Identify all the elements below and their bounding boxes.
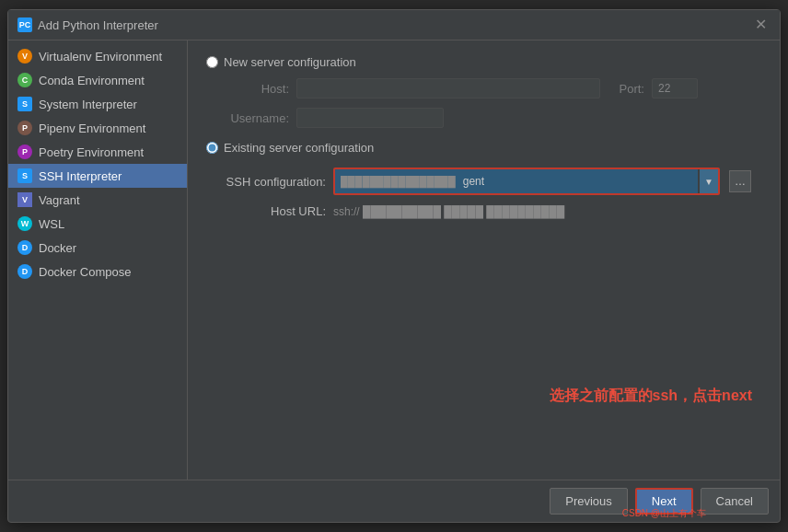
system-icon: S <box>17 97 32 111</box>
title-bar: PC Add Python Interpreter ✕ <box>8 10 780 40</box>
docker-icon: D <box>17 240 32 255</box>
existing-server-label: Existing server configuration <box>224 141 374 155</box>
host-input[interactable] <box>296 78 600 98</box>
ssh-config-select-wrapper[interactable]: ████████████████ gent ▼ <box>333 168 720 195</box>
new-server-radio[interactable] <box>206 56 218 68</box>
virtualenv-icon: V <box>17 49 32 64</box>
sidebar-item-conda[interactable]: C Conda Environment <box>8 68 187 92</box>
sidebar-item-docker-compose[interactable]: D Docker Compose <box>8 260 187 283</box>
sidebar-item-pipenv[interactable]: P Pipenv Environment <box>8 116 187 140</box>
sidebar-item-ssh[interactable]: S SSH Interpreter <box>8 164 187 188</box>
dropdown-arrow-icon[interactable]: ▼ <box>700 169 718 193</box>
dialog-footer: Previous Next Cancel CSDN @山上有个车 <box>8 480 780 522</box>
ssh-config-browse-button[interactable]: … <box>729 170 751 192</box>
csdn-watermark: CSDN @山上有个车 <box>622 507 706 520</box>
ssh-config-selected: gent <box>463 175 484 188</box>
wsl-icon: W <box>17 216 32 231</box>
username-form-group: Username: <box>225 108 761 128</box>
existing-server-radio-row: Existing server configuration <box>206 141 761 155</box>
dialog-title: Add Python Interpreter <box>38 18 158 32</box>
poetry-icon: P <box>17 145 32 159</box>
annotation-text: 选择之前配置的ssh，点击next <box>550 387 752 406</box>
dialog-body: V Virtualenv Environment C Conda Environ… <box>8 40 780 480</box>
port-input[interactable] <box>652 78 698 98</box>
host-url-value: ssh:// ██████████ █████ ██████████ <box>333 205 564 218</box>
port-label: Port: <box>617 82 644 96</box>
ssh-icon: S <box>17 168 32 183</box>
docker-compose-icon: D <box>17 264 32 279</box>
main-content: New server configuration Host: Port: Use… <box>188 40 780 480</box>
new-server-radio-row: New server configuration <box>206 55 761 69</box>
sidebar-label-system: System Interpreter <box>39 98 137 111</box>
sidebar-item-virtualenv[interactable]: V Virtualenv Environment <box>8 44 187 68</box>
sidebar-label-virtualenv: Virtualenv Environment <box>39 50 162 64</box>
pipenv-icon: P <box>17 121 32 135</box>
sidebar-item-vagrant[interactable]: V Vagrant <box>8 188 187 212</box>
sidebar-label-poetry: Poetry Environment <box>39 145 144 159</box>
ssh-config-label: SSH configuration: <box>225 175 326 189</box>
existing-server-radio[interactable] <box>206 142 218 154</box>
sidebar-label-vagrant: Vagrant <box>39 193 80 207</box>
host-url-label: Host URL: <box>225 204 326 218</box>
sidebar-item-poetry[interactable]: P Poetry Environment <box>8 140 187 164</box>
new-server-label: New server configuration <box>224 55 356 69</box>
sidebar-label-wsl: WSL <box>39 217 64 231</box>
host-label: Host: <box>225 82 289 96</box>
cancel-button[interactable]: Cancel <box>701 488 769 515</box>
host-url-row: Host URL: ssh:// ██████████ █████ ██████… <box>225 204 761 218</box>
sidebar-item-docker[interactable]: D Docker <box>8 236 187 260</box>
ssh-config-row: SSH configuration: ████████████████ gent… <box>225 168 761 195</box>
sidebar-label-docker: Docker <box>39 241 76 255</box>
conda-icon: C <box>17 73 32 87</box>
sidebar-label-pipenv: Pipenv Environment <box>39 121 145 135</box>
sidebar-label-conda: Conda Environment <box>39 74 145 87</box>
sidebar: V Virtualenv Environment C Conda Environ… <box>8 40 188 480</box>
sidebar-label-ssh: SSH Interpreter <box>39 169 122 183</box>
username-label: Username: <box>225 111 289 125</box>
add-python-interpreter-dialog: PC Add Python Interpreter ✕ V Virtualenv… <box>7 9 781 523</box>
username-input[interactable] <box>296 108 444 128</box>
sidebar-item-system[interactable]: S System Interpreter <box>8 92 187 116</box>
ssh-config-value: ████████████████ gent <box>335 169 698 193</box>
previous-button[interactable]: Previous <box>550 488 628 515</box>
sidebar-item-wsl[interactable]: W WSL <box>8 212 187 236</box>
vagrant-icon: V <box>17 192 32 207</box>
sidebar-label-docker-compose: Docker Compose <box>39 265 131 279</box>
host-form-group: Host: Port: <box>225 78 761 98</box>
app-icon: PC <box>17 17 32 32</box>
close-button[interactable]: ✕ <box>751 16 771 34</box>
